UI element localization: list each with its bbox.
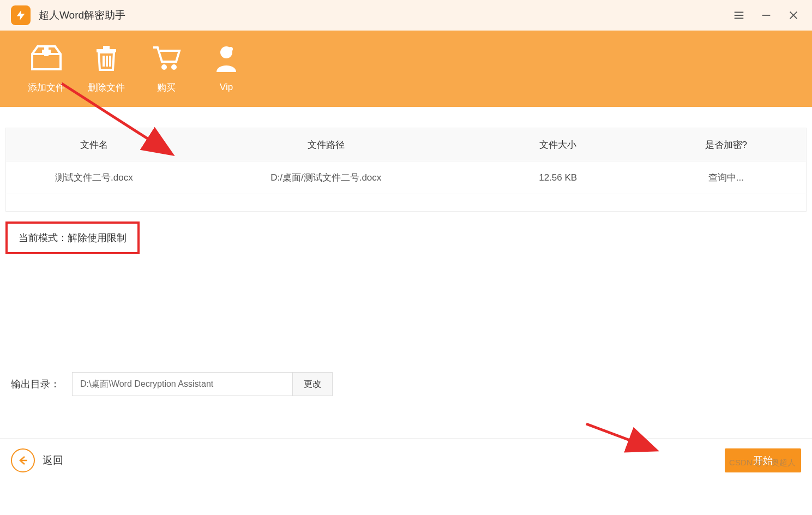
add-file-label: 添加文件 [28, 81, 65, 94]
file-table: 文件名 文件路径 文件大小 是否加密? 测试文件二号.docx D:/桌面/测试… [5, 128, 807, 212]
output-dir-input[interactable] [72, 372, 293, 396]
table-spacer [6, 194, 806, 211]
mode-label: 当前模式：解除使用限制 [19, 232, 127, 243]
svg-point-7 [161, 64, 167, 70]
delete-file-button[interactable]: 删除文件 [76, 44, 136, 94]
change-button[interactable]: 更改 [293, 372, 333, 396]
svg-rect-6 [109, 56, 111, 67]
cell-name: 测试文件二号.docx [6, 171, 182, 184]
back-label: 返回 [43, 453, 63, 468]
output-label: 输出目录： [11, 378, 60, 391]
app-title: 超人Word解密助手 [39, 8, 731, 22]
buy-button[interactable]: 购买 [136, 44, 196, 94]
trash-icon [93, 44, 119, 71]
content-area: 文件名 文件路径 文件大小 是否加密? 测试文件二号.docx D:/桌面/测试… [0, 107, 812, 260]
user-icon [214, 45, 238, 72]
back-arrow-icon [11, 448, 35, 472]
cell-path: D:/桌面/测试文件二号.docx [182, 171, 470, 184]
col-header-size: 文件大小 [470, 139, 646, 151]
table-row[interactable]: 测试文件二号.docx D:/桌面/测试文件二号.docx 12.56 KB 查… [6, 161, 806, 194]
svg-rect-3 [103, 46, 110, 49]
toolbar: 添加文件 删除文件 购买 [0, 31, 812, 107]
cell-size: 12.56 KB [470, 172, 646, 183]
mode-box: 当前模式：解除使用限制 [5, 221, 140, 254]
vip-button[interactable]: Vip [196, 45, 256, 93]
delete-file-label: 删除文件 [88, 81, 125, 94]
footer: 返回 开始 [0, 438, 812, 482]
cell-encrypted: 查询中... [646, 171, 806, 184]
svg-rect-1 [42, 50, 51, 54]
table-header: 文件名 文件路径 文件大小 是否加密? [6, 128, 806, 161]
window-controls [731, 8, 801, 23]
output-row: 输出目录： 更改 [11, 372, 333, 396]
back-button[interactable]: 返回 [11, 448, 63, 472]
close-icon[interactable] [786, 8, 801, 23]
menu-icon[interactable] [731, 8, 747, 23]
col-header-encrypted: 是否加密? [646, 139, 806, 151]
svg-point-10 [228, 47, 233, 51]
svg-rect-5 [106, 56, 108, 67]
col-header-name: 文件名 [6, 139, 182, 151]
minimize-icon[interactable] [759, 8, 774, 23]
vip-label: Vip [220, 82, 233, 93]
buy-label: 购买 [157, 81, 176, 94]
title-bar: 超人Word解密助手 [0, 0, 812, 31]
svg-rect-4 [103, 56, 105, 67]
svg-point-8 [171, 64, 177, 70]
add-file-button[interactable]: 添加文件 [16, 44, 76, 94]
cart-icon [151, 44, 182, 71]
app-logo-icon [11, 5, 31, 25]
add-file-icon [31, 44, 62, 71]
watermark: CSDN @小奥超人 [729, 458, 796, 468]
col-header-path: 文件路径 [182, 139, 470, 151]
